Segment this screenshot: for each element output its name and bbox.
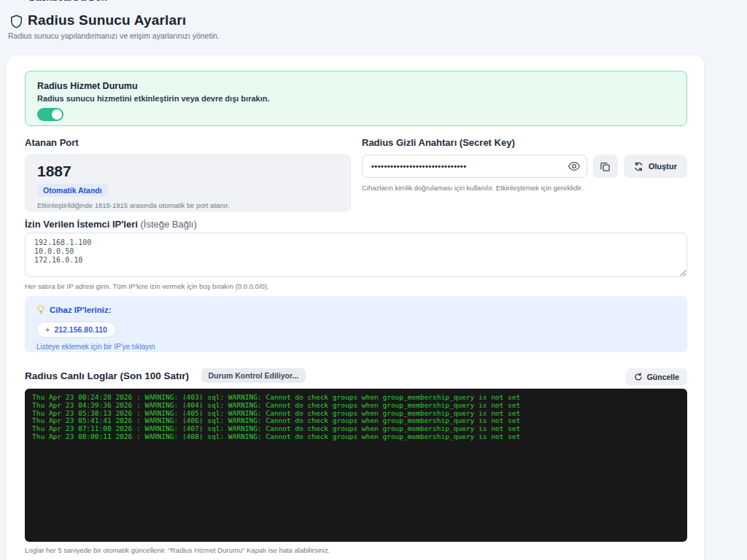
device-ips-box: Cihaz IP'leriniz: + 212.156.80.110 Liste… — [25, 296, 687, 352]
copy-secret-button[interactable] — [593, 155, 618, 178]
device-ips-title: Cihaz IP'leriniz: — [50, 306, 112, 314]
device-ip-chip[interactable]: + 212.156.80.110 — [36, 322, 116, 338]
refresh-icon — [634, 373, 643, 381]
secret-key-input[interactable] — [362, 155, 587, 178]
shield-icon — [10, 15, 23, 28]
back-link-label: Dashboard'a Dön — [29, 0, 107, 3]
device-ip-value: 212.156.80.110 — [54, 325, 107, 334]
assigned-port-note: Etkinleştirildiğinde 1815-1915 arasında … — [37, 201, 338, 209]
logs-status-badge: Durum Kontrol Ediliyor... — [201, 368, 306, 383]
lightbulb-icon — [36, 305, 45, 315]
allowed-ips-optional: (İsteğe Bağlı) — [140, 219, 196, 230]
toggle-knob — [52, 109, 62, 120]
secret-key-section: Radius Gizli Anahtarı (Secret Key) — [362, 137, 687, 192]
assigned-port-value: 1887 — [37, 163, 338, 180]
secret-key-label: Radius Gizli Anahtarı (Secret Key) — [362, 137, 687, 148]
allowed-ips-label-strong: İzin Verilen İstemci IP'leri — [25, 219, 138, 230]
assigned-port-box: 1887 Otomatik Atandı Etkinleştirildiğind… — [25, 155, 351, 211]
service-toggle[interactable] — [37, 108, 63, 121]
logs-note: Loglar her 5 saniyede bir otomatik günce… — [25, 546, 330, 554]
auto-assigned-badge: Otomatik Atandı — [37, 184, 108, 197]
service-status-title: Radius Hizmet Durumu — [37, 81, 675, 91]
service-status-description: Radius sunucu hizmetini etkinleştirin ve… — [37, 94, 675, 103]
logs-title: Radius Canlı Loglar (Son 100 Satır) — [25, 370, 189, 381]
allowed-ips-label: İzin Verilen İstemci IP'leri (İsteğe Bağ… — [25, 219, 197, 230]
generate-secret-button[interactable]: Oluştur — [624, 155, 687, 178]
eye-icon — [568, 160, 581, 173]
allowed-ips-note: Her satıra bir IP adresi girin. Tüm IP'l… — [25, 282, 269, 290]
show-secret-button[interactable] — [568, 160, 581, 173]
device-ips-hint: Listeye eklemek için bir IP'ye tıklayın — [36, 343, 676, 351]
log-terminal[interactable]: Thu Apr 23 00:24:20 2026 : WARNING: (403… — [25, 389, 687, 542]
secret-key-note: Cihazların kimlik doğrulaması için kulla… — [362, 184, 687, 192]
refresh-icon — [634, 162, 643, 171]
generate-button-label: Oluştur — [649, 162, 677, 171]
plus-icon: + — [45, 325, 50, 334]
page-title: Radius Sunucu Ayarları — [28, 12, 186, 28]
refresh-button-label: Güncelle — [647, 373, 679, 381]
logs-header: Radius Canlı Loglar (Son 100 Satır) Duru… — [25, 368, 687, 386]
copy-icon — [600, 161, 611, 172]
assigned-port-label: Atanan Port — [25, 137, 351, 148]
allowed-ips-textarea[interactable]: 192.168.1.100 10.0.0.50 172.16.0.10 — [25, 233, 687, 277]
refresh-logs-button[interactable]: Güncelle — [626, 368, 687, 386]
page-subtitle: Radius sunucu yapılandırmanızı ve erişim… — [8, 31, 219, 40]
service-status-box: Radius Hizmet Durumu Radius sunucu hizme… — [25, 71, 687, 126]
back-arrow-icon: ← — [17, 0, 26, 3]
settings-card: Radius Hizmet Durumu Radius sunucu hizme… — [6, 55, 705, 560]
assigned-port-section: Atanan Port 1887 Otomatik Atandı Etkinle… — [25, 137, 351, 211]
back-to-dashboard-link[interactable]: ← Dashboard'a Dön — [17, 0, 107, 3]
